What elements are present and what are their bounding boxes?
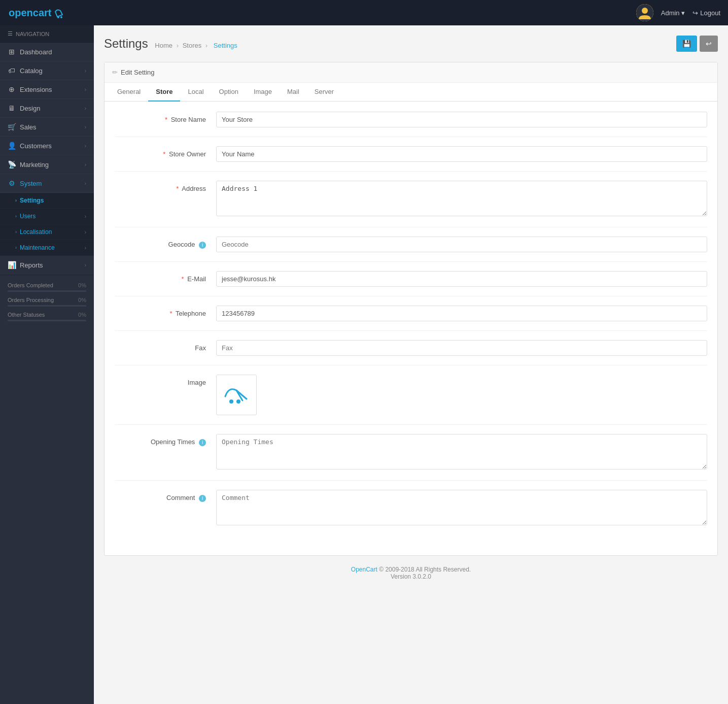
admin-menu[interactable]: Admin bbox=[661, 9, 685, 17]
settings-tabs: General Store Local Option Image Mail Se… bbox=[105, 83, 717, 102]
address-input[interactable] bbox=[216, 181, 707, 216]
svg-point-1 bbox=[57, 16, 59, 18]
hamburger-icon: ☰ bbox=[8, 30, 13, 37]
breadcrumb-home[interactable]: Home bbox=[155, 42, 172, 49]
page-title-area: Settings Home › Stores › Settings bbox=[104, 37, 239, 51]
field-email: * E-Mail bbox=[115, 271, 707, 296]
sidebar-item-maintenance[interactable]: › Maintenance › bbox=[0, 240, 94, 256]
store-name-input[interactable] bbox=[216, 112, 707, 127]
sidebar-item-extensions[interactable]: ⊕ Extensions › bbox=[0, 80, 94, 99]
sidebar-item-system[interactable]: ⚙ System › bbox=[0, 174, 94, 193]
settings-card: ✏ Edit Setting General Store Local Optio… bbox=[104, 62, 718, 556]
logout-icon: ↪ bbox=[692, 9, 698, 17]
sidebar-item-marketing[interactable]: 📡 Marketing › bbox=[0, 155, 94, 174]
label-telephone: * Telephone bbox=[115, 306, 216, 317]
customers-icon: 👤 bbox=[8, 142, 16, 150]
chevron-right-icon: › bbox=[85, 229, 86, 235]
field-store-owner: * Store Owner bbox=[115, 146, 707, 172]
avatar bbox=[636, 4, 653, 21]
geocode-input[interactable] bbox=[216, 237, 707, 252]
logo[interactable]: opencart bbox=[8, 5, 63, 20]
chevron-right-icon: › bbox=[85, 87, 86, 92]
breadcrumb-current: Settings bbox=[214, 42, 237, 49]
label-email: * E-Mail bbox=[115, 271, 216, 283]
progress-orders-processing bbox=[0, 305, 94, 310]
sidebar-item-sales[interactable]: 🛒 Sales › bbox=[0, 118, 94, 137]
sidebar-item-dashboard[interactable]: ⊞ Dashboard bbox=[0, 43, 94, 61]
chevron-right-icon: › bbox=[85, 162, 86, 167]
footer-version: Version 3.0.2.0 bbox=[114, 573, 708, 580]
telephone-input[interactable] bbox=[216, 306, 707, 321]
breadcrumb-stores[interactable]: Stores bbox=[183, 42, 202, 49]
comment-input[interactable] bbox=[216, 490, 707, 525]
chevron-right-icon: › bbox=[85, 68, 86, 74]
label-store-name: * Store Name bbox=[115, 112, 216, 123]
sidebar-item-settings[interactable]: › Settings bbox=[0, 193, 94, 209]
label-opening-times: Opening Times i bbox=[115, 434, 216, 446]
field-image: Image bbox=[115, 375, 707, 425]
page-header: Settings Home › Stores › Settings 💾 ↩ bbox=[104, 36, 718, 52]
chevron-right-icon: › bbox=[85, 124, 86, 130]
comment-info-icon[interactable]: i bbox=[199, 495, 206, 502]
back-button[interactable]: ↩ bbox=[700, 36, 718, 52]
page-title: Settings bbox=[104, 37, 148, 50]
footer-brand-link[interactable]: OpenCart bbox=[351, 566, 377, 573]
label-image: Image bbox=[115, 375, 216, 386]
breadcrumb-sep1: › bbox=[177, 42, 179, 49]
chevron-right-sm-icon: › bbox=[15, 198, 17, 203]
field-telephone: * Telephone bbox=[115, 306, 707, 331]
field-comment: Comment i bbox=[115, 490, 707, 536]
breadcrumb: Home › Stores › Settings bbox=[155, 42, 239, 49]
breadcrumb-sep2: › bbox=[205, 42, 207, 49]
label-address: * Address bbox=[115, 181, 216, 192]
tab-general[interactable]: General bbox=[110, 83, 148, 102]
tab-store[interactable]: Store bbox=[148, 83, 180, 102]
svg-point-6 bbox=[236, 399, 240, 404]
form-body: * Store Name * Store Owner bbox=[105, 102, 717, 555]
chevron-right-icon: › bbox=[85, 106, 86, 111]
footer: OpenCart © 2009-2018 All Rights Reserved… bbox=[104, 556, 718, 590]
geocode-info-icon[interactable]: i bbox=[199, 242, 206, 249]
tab-local[interactable]: Local bbox=[180, 83, 211, 102]
chevron-right-sm-icon: › bbox=[15, 229, 17, 234]
sidebar-item-reports[interactable]: 📊 Reports › bbox=[0, 256, 94, 275]
opening-times-info-icon[interactable]: i bbox=[199, 439, 206, 446]
stat-orders-completed: Orders Completed 0% bbox=[0, 280, 94, 290]
sales-icon: 🛒 bbox=[8, 123, 16, 131]
tab-server[interactable]: Server bbox=[307, 83, 341, 102]
sidebar-stats: Orders Completed 0% Orders Processing 0%… bbox=[0, 275, 94, 329]
sidebar-item-catalog[interactable]: 🏷 Catalog › bbox=[0, 61, 94, 80]
logout-button[interactable]: ↪ Logout bbox=[692, 9, 720, 17]
svg-point-5 bbox=[229, 399, 233, 404]
store-owner-input[interactable] bbox=[216, 146, 707, 162]
progress-other-statuses bbox=[0, 320, 94, 324]
label-fax: Fax bbox=[115, 340, 216, 352]
field-fax: Fax bbox=[115, 340, 707, 365]
stat-other-statuses: Other Statuses 0% bbox=[0, 310, 94, 320]
tab-mail[interactable]: Mail bbox=[280, 83, 307, 102]
save-button[interactable]: 💾 bbox=[676, 36, 697, 52]
chevron-right-icon: › bbox=[85, 245, 86, 251]
field-opening-times: Opening Times i bbox=[115, 434, 707, 481]
top-navigation: opencart Admin ↪ Logout bbox=[0, 0, 728, 25]
sidebar-item-design[interactable]: 🖥 Design › bbox=[0, 99, 94, 118]
tab-option[interactable]: Option bbox=[212, 83, 246, 102]
svg-point-2 bbox=[60, 16, 62, 18]
sidebar-item-users[interactable]: › Users › bbox=[0, 209, 94, 224]
chevron-right-icon: › bbox=[85, 214, 86, 219]
chevron-right-sm-icon: › bbox=[15, 214, 17, 219]
marketing-icon: 📡 bbox=[8, 160, 16, 169]
tab-image[interactable]: Image bbox=[246, 83, 280, 102]
chevron-right-icon: › bbox=[85, 143, 86, 149]
field-address: * Address bbox=[115, 181, 707, 227]
page-actions: 💾 ↩ bbox=[676, 36, 718, 52]
top-nav-right: Admin ↪ Logout bbox=[636, 4, 720, 21]
sidebar-item-customers[interactable]: 👤 Customers › bbox=[0, 137, 94, 155]
fax-input[interactable] bbox=[216, 340, 707, 356]
reports-icon: 📊 bbox=[8, 261, 16, 269]
catalog-icon: 🏷 bbox=[8, 66, 16, 75]
email-input[interactable] bbox=[216, 271, 707, 287]
image-preview[interactable] bbox=[216, 375, 257, 415]
sidebar-item-localisation[interactable]: › Localisation › bbox=[0, 224, 94, 240]
opening-times-input[interactable] bbox=[216, 434, 707, 470]
